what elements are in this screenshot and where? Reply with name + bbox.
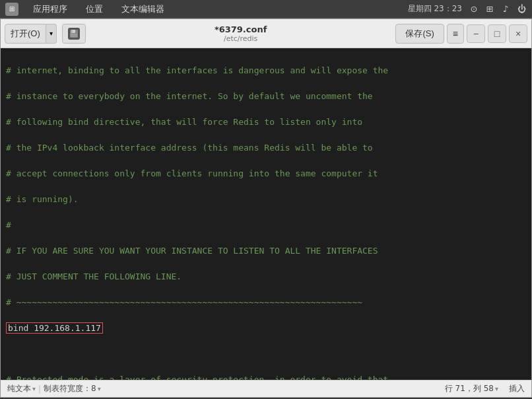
datetime-label: 星期四 23：23 <box>408 3 462 15</box>
open-btn-group: 打开(O) ▾ <box>5 24 57 44</box>
floppy-icon <box>68 28 80 40</box>
window-path: /etc/redis <box>224 34 257 43</box>
tabwidth-dropdown[interactable]: 制表符宽度：8 <box>44 383 101 394</box>
filetype-item: 纯文本 <box>7 383 36 394</box>
editor-line: # instance to everybody on the internet.… <box>6 90 526 103</box>
open-dropdown-arrow[interactable]: ▾ <box>46 24 57 44</box>
editor-text[interactable]: # internet, binding to all the interface… <box>1 48 531 380</box>
status-right: 行 71，列 58 插入 <box>445 383 525 394</box>
svg-rect-1 <box>71 30 75 33</box>
editor-line: # IF YOU ARE SURE YOU WANT YOUR INSTANCE… <box>6 244 526 258</box>
volume-tray-icon[interactable]: ♪ <box>500 4 511 15</box>
network-tray-icon[interactable]: ⊞ <box>484 4 495 15</box>
editor-line: # the IPv4 lookback interface address (t… <box>6 141 526 155</box>
app-icon: ⊞ <box>5 3 18 16</box>
open-label: 打开(O) <box>11 28 40 40</box>
minimize-button[interactable]: − <box>467 24 485 43</box>
svg-rect-3 <box>71 34 77 37</box>
menu-app[interactable]: 应用程序 <box>29 2 71 17</box>
hamburger-button[interactable]: ≡ <box>447 24 464 44</box>
editor-line: # Protected mode is a layer of security … <box>6 373 526 381</box>
bind-line: bind 192.168.1.117 <box>6 322 526 335</box>
editor-container[interactable]: # internet, binding to all the interface… <box>1 48 531 380</box>
editor-line: # accept connections only from clients r… <box>6 167 526 180</box>
tabwidth-item: 制表符宽度：8 <box>44 383 101 394</box>
menubar-left: ⊞ 应用程序 位置 文本编辑器 <box>5 2 168 17</box>
editor-line: # JUST COMMENT THE FOLLOWING LINE. <box>6 270 526 283</box>
floppy-button[interactable] <box>62 24 86 44</box>
editor-line: # ~~~~~~~~~~~~~~~~~~~~~~~~~~~~~~~~~~~~~~… <box>6 296 526 309</box>
editor-line: # <box>6 219 526 232</box>
window-title: *6379.conf <box>215 24 267 34</box>
menu-position[interactable]: 位置 <box>82 2 107 17</box>
toolbar-right: 保存(S) ≡ − □ × <box>395 24 527 44</box>
filetype-dropdown[interactable]: 纯文本 <box>7 383 36 394</box>
settings-tray-icon[interactable]: ⊙ <box>469 4 479 15</box>
editor-line: # internet, binding to all the interface… <box>6 64 526 77</box>
sep1: | <box>38 384 41 394</box>
editor-line: # following bind directive, that will fo… <box>6 116 526 129</box>
editor-line <box>6 347 526 361</box>
editor-window: 打开(O) ▾ *6379.conf /etc/redis 保存(S) ≡ − … <box>0 18 532 398</box>
statusbar: 纯文本 | 制表符宽度：8 行 71，列 58 插入 <box>1 380 531 397</box>
close-button[interactable]: × <box>509 24 527 43</box>
insert-mode-label: 插入 <box>509 383 525 394</box>
cursor-position[interactable]: 行 71，列 58 <box>445 383 498 394</box>
menubar-right: 星期四 23：23 ⊙ ⊞ ♪ ⏻ <box>408 3 527 15</box>
top-menubar: ⊞ 应用程序 位置 文本编辑器 星期四 23：23 ⊙ ⊞ ♪ ⏻ <box>0 0 532 18</box>
system-tray: ⊙ ⊞ ♪ ⏻ <box>469 4 527 15</box>
power-tray-icon[interactable]: ⏻ <box>516 4 527 15</box>
save-button[interactable]: 保存(S) <box>395 24 444 44</box>
bind-highlight: bind 192.168.1.117 <box>6 322 103 334</box>
menu-editor[interactable]: 文本编辑器 <box>117 2 168 17</box>
title-area: *6379.conf /etc/redis <box>88 24 393 43</box>
maximize-button[interactable]: □ <box>488 24 506 43</box>
svg-rect-2 <box>72 30 73 33</box>
open-button[interactable]: 打开(O) <box>5 24 46 44</box>
editor-line: # is running). <box>6 193 526 206</box>
toolbar: 打开(O) ▾ *6379.conf /etc/redis 保存(S) ≡ − … <box>1 19 531 48</box>
